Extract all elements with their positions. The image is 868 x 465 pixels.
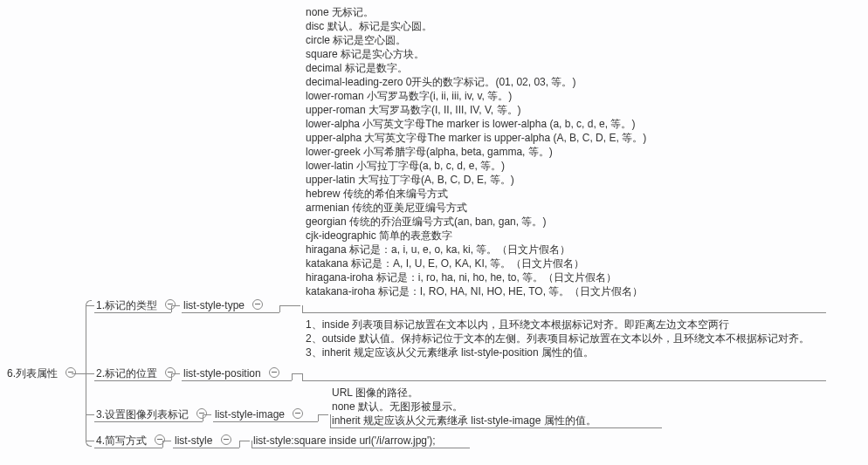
toggle-icon[interactable] xyxy=(252,299,263,310)
list-style-image-values: URL 图像的路径。 none 默认。无图形被显示。 inherit 规定应该从… xyxy=(332,386,596,427)
branch-position-prop[interactable]: list-style-position xyxy=(183,366,279,380)
prop-list-style-type: list-style-type xyxy=(183,299,245,311)
branch-shorthand-label: 4.简写方式 xyxy=(96,434,147,447)
toggle-icon[interactable] xyxy=(221,434,231,445)
list-style-type-values: none 无标记。 disc 默认。标记是实心圆。 circle 标记是空心圆。… xyxy=(306,5,646,298)
shorthand-example: list-style:square inside url('/i/arrow.j… xyxy=(253,434,436,447)
prop-list-style-position: list-style-position xyxy=(183,367,261,380)
branch-type-prop[interactable]: list-style-type xyxy=(183,298,263,312)
branch-shorthand[interactable]: 4.简写方式 xyxy=(96,434,165,448)
root-node[interactable]: 6.列表属性 xyxy=(7,366,76,380)
branch-position[interactable]: 2.标记的位置 xyxy=(96,366,176,380)
branch-shorthand-example: list-style:square inside url('/i/arrow.j… xyxy=(253,434,436,448)
prop-list-style: list-style xyxy=(175,434,212,447)
toggle-icon[interactable] xyxy=(269,367,279,378)
list-style-position-values: 1、inside 列表项目标记放置在文本以内，且环绕文本根据标记对齐。即距离左边… xyxy=(306,318,830,359)
branch-type-label: 1.标记的类型 xyxy=(96,299,157,311)
root-label: 6.列表属性 xyxy=(7,367,58,380)
prop-list-style-image: list-style-image xyxy=(215,408,285,421)
branch-type[interactable]: 1.标记的类型 xyxy=(96,298,176,312)
branch-image-prop[interactable]: list-style-image xyxy=(215,407,303,421)
toggle-icon[interactable] xyxy=(65,367,76,378)
branch-shorthand-prop[interactable]: list-style xyxy=(175,434,231,448)
branch-image[interactable]: 3.设置图像列表标记 xyxy=(96,407,207,421)
branch-position-label: 2.标记的位置 xyxy=(96,367,157,380)
toggle-icon[interactable] xyxy=(155,434,165,445)
branch-image-label: 3.设置图像列表标记 xyxy=(96,408,189,421)
toggle-icon[interactable] xyxy=(293,408,303,419)
